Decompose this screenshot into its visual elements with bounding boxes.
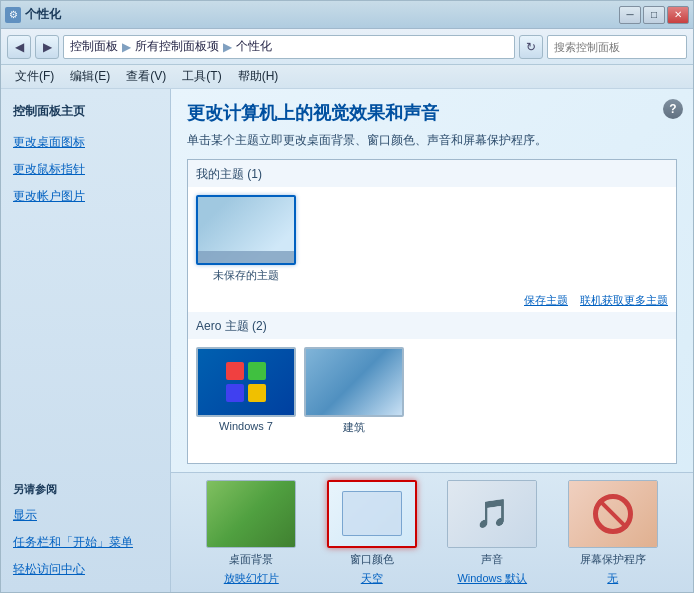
sidebar-link-desktop-icons[interactable]: 更改桌面图标 [1, 130, 170, 155]
sidebar: 控制面板主页 更改桌面图标 更改鼠标指针 更改帐户图片 另请参阅 显示 任务栏和… [1, 89, 171, 592]
back-button[interactable]: ◀ [7, 35, 31, 59]
desktop-bg-thumbnail [206, 480, 296, 548]
sidebar-link-account-pic[interactable]: 更改帐户图片 [1, 184, 170, 209]
architecture-preview [306, 349, 402, 415]
windows-logo [226, 362, 266, 402]
content-description: 单击某个主题立即更改桌面背景、窗口颜色、声音和屏幕保护程序。 [187, 131, 677, 149]
screensaver-thumbnail [568, 480, 658, 548]
no-screensaver-icon [593, 494, 633, 534]
unsaved-theme-label: 未保存的主题 [213, 268, 279, 283]
sidebar-link-mouse-pointer[interactable]: 更改鼠标指针 [1, 157, 170, 182]
window-color-label: 窗口颜色 [350, 552, 394, 567]
address-bar: ◀ ▶ 控制面板 ▶ 所有控制面板项 ▶ 个性化 ↻ 🔍 [1, 29, 693, 65]
sidebar-main-title: 控制面板主页 [1, 99, 170, 128]
breadcrumb-sep-1: ▶ [122, 40, 131, 54]
aero-theme-label-architecture: 建筑 [343, 420, 365, 435]
screensaver-label: 屏幕保护程序 [580, 552, 646, 567]
content-area: ? 更改计算机上的视觉效果和声音 单击某个主题立即更改桌面背景、窗口颜色、声音和… [171, 89, 693, 592]
refresh-button[interactable]: ↻ [519, 35, 543, 59]
content-title: 更改计算机上的视觉效果和声音 [187, 101, 677, 125]
desktop-bg-preview [207, 481, 295, 547]
screensaver-preview [569, 481, 657, 547]
window-color-preview [329, 482, 415, 546]
sound-sublabel[interactable]: Windows 默认 [457, 571, 527, 586]
aero-theme-thumbnail-architecture [304, 347, 404, 417]
menu-file[interactable]: 文件(F) [9, 66, 60, 87]
search-input[interactable] [554, 41, 692, 53]
unsaved-theme-item[interactable]: 未保存的主题 [196, 195, 296, 283]
sound-thumbnail: 🎵 [447, 480, 537, 548]
minimize-button[interactable]: ─ [619, 6, 641, 24]
aero-theme-label-windows7: Windows 7 [219, 420, 273, 432]
bottom-toolbar: 桌面背景 放映幻灯片 窗口颜色 天空 🎵 声音 [171, 472, 693, 592]
forward-button[interactable]: ▶ [35, 35, 59, 59]
window-color-thumbnail [327, 480, 417, 548]
sidebar-link-taskbar[interactable]: 任务栏和「开始」菜单 [1, 530, 170, 555]
screensaver-sublabel[interactable]: 无 [607, 571, 618, 586]
breadcrumb-item-all[interactable]: 所有控制面板项 [135, 38, 219, 55]
my-themes-title: 我的主题 (1) [188, 160, 676, 187]
content-header: 更改计算机上的视觉效果和声音 单击某个主题立即更改桌面背景、窗口颜色、声音和屏幕… [171, 89, 693, 155]
menu-help[interactable]: 帮助(H) [232, 66, 285, 87]
windows7-preview [198, 349, 294, 415]
menu-edit[interactable]: 编辑(E) [64, 66, 116, 87]
title-bar: ⚙ 个性化 ─ □ ✕ [1, 1, 693, 29]
sound-preview: 🎵 [448, 481, 536, 547]
menu-view[interactable]: 查看(V) [120, 66, 172, 87]
window-icon: ⚙ [5, 7, 21, 23]
aero-theme-architecture[interactable]: 建筑 [304, 347, 404, 435]
desktop-bg-label: 桌面背景 [229, 552, 273, 567]
maximize-button[interactable]: □ [643, 6, 665, 24]
aero-theme-windows7[interactable]: Windows 7 [196, 347, 296, 435]
bottom-item-screensaver[interactable]: 屏幕保护程序 无 [568, 480, 658, 586]
window-color-square [342, 491, 402, 536]
get-more-themes-link[interactable]: 联机获取更多主题 [580, 293, 668, 308]
sidebar-also-title: 另请参阅 [1, 470, 170, 501]
unsaved-theme-thumbnail [196, 195, 296, 265]
unsaved-desktop-preview [198, 197, 294, 263]
bottom-item-sound[interactable]: 🎵 声音 Windows 默认 [447, 480, 537, 586]
my-themes-grid: 未保存的主题 [188, 187, 676, 291]
aero-themes-grid: Windows 7 建筑 [188, 339, 676, 443]
aero-theme-thumbnail-windows7 [196, 347, 296, 417]
save-theme-link[interactable]: 保存主题 [524, 293, 568, 308]
sidebar-link-display[interactable]: 显示 [1, 503, 170, 528]
menu-bar: 文件(F) 编辑(E) 查看(V) 工具(T) 帮助(H) [1, 65, 693, 89]
breadcrumb: 控制面板 ▶ 所有控制面板项 ▶ 个性化 [63, 35, 515, 59]
window-title: 个性化 [25, 6, 619, 23]
help-icon[interactable]: ? [663, 99, 683, 119]
main-window: ⚙ 个性化 ─ □ ✕ ◀ ▶ 控制面板 ▶ 所有控制面板项 ▶ 个性化 ↻ 🔍… [0, 0, 694, 593]
window-color-sublabel[interactable]: 天空 [361, 571, 383, 586]
menu-tools[interactable]: 工具(T) [176, 66, 227, 87]
sound-label: 声音 [481, 552, 503, 567]
themes-panel: 我的主题 (1) 未保存的主题 保存主题 联机获取更多主题 Aero 主题 (2… [187, 159, 677, 464]
breadcrumb-item-controlpanel[interactable]: 控制面板 [70, 38, 118, 55]
bottom-item-window-color[interactable]: 窗口颜色 天空 [327, 480, 417, 586]
breadcrumb-sep-2: ▶ [223, 40, 232, 54]
sidebar-link-accessibility[interactable]: 轻松访问中心 [1, 557, 170, 582]
search-box: 🔍 [547, 35, 687, 59]
save-links-area: 保存主题 联机获取更多主题 [188, 291, 676, 312]
aero-themes-title: Aero 主题 (2) [188, 312, 676, 339]
desktop-bg-sublabel[interactable]: 放映幻灯片 [224, 571, 279, 586]
bottom-item-desktop-bg[interactable]: 桌面背景 放映幻灯片 [206, 480, 296, 586]
close-button[interactable]: ✕ [667, 6, 689, 24]
main-area: 控制面板主页 更改桌面图标 更改鼠标指针 更改帐户图片 另请参阅 显示 任务栏和… [1, 89, 693, 592]
title-bar-buttons: ─ □ ✕ [619, 6, 689, 24]
breadcrumb-item-personalize[interactable]: 个性化 [236, 38, 272, 55]
